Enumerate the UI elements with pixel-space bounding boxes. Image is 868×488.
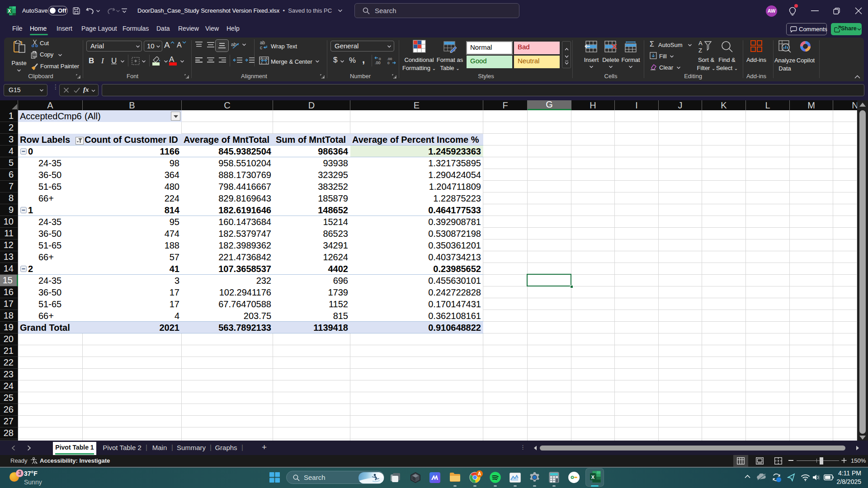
svg-text:.00: .00 <box>375 61 381 65</box>
svg-text:.00: .00 <box>387 57 392 61</box>
svg-text:ab: ab <box>260 40 265 45</box>
svg-text:X: X <box>591 474 595 480</box>
svg-text:c: c <box>260 45 262 50</box>
svg-text:A: A <box>698 40 703 47</box>
svg-text:Z: Z <box>698 47 702 53</box>
svg-text:0: 0 <box>387 61 390 65</box>
svg-text:X: X <box>8 9 11 14</box>
